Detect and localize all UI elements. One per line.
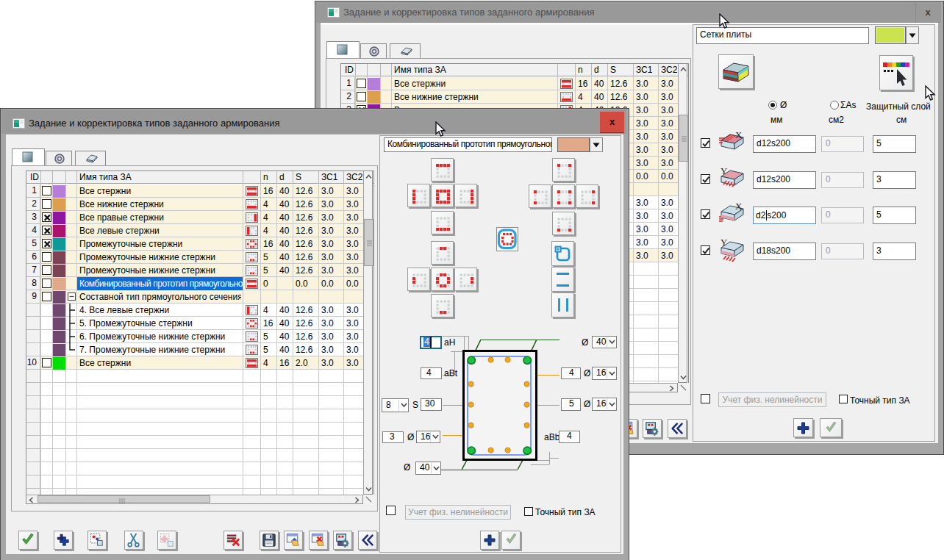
svg-text:Y: Y (720, 167, 728, 176)
svg-text:Y: Y (720, 238, 728, 248)
svg-text:X: X (735, 202, 743, 212)
svg-text:X: X (735, 131, 743, 140)
